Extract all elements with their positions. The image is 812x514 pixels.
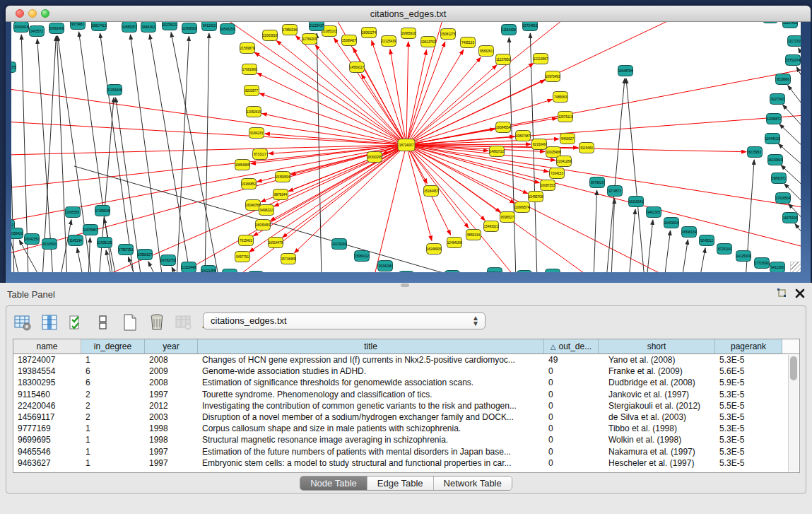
graph-node[interactable]: 15093241 <box>488 268 502 273</box>
graph-node[interactable]: 11172319 <box>788 36 801 47</box>
graph-node[interactable]: 20691406 <box>49 23 64 34</box>
graph-node[interactable]: 8132500 <box>42 239 57 250</box>
graph-node[interactable]: 21125437 <box>310 22 324 31</box>
graph-node[interactable]: 1145194 <box>69 235 83 246</box>
graph-node[interactable]: 2405572 <box>30 26 45 37</box>
scrollbar-thumb[interactable] <box>790 356 797 380</box>
graph-node[interactable]: 7204153 <box>550 168 565 179</box>
tab-edge-table[interactable]: Edge Table <box>367 477 434 490</box>
graph-node[interactable]: 10958107 <box>138 250 153 260</box>
graph-node[interactable]: 17957253 <box>119 245 134 255</box>
graph-node[interactable]: 8203577 <box>245 86 259 96</box>
graph-node[interactable]: 12764209 <box>302 34 317 45</box>
graph-node[interactable]: 8733117 <box>253 149 268 160</box>
close-panel-icon[interactable] <box>794 288 806 300</box>
row-select-icon[interactable] <box>66 312 87 333</box>
graph-node[interactable]: 8878344 <box>273 189 288 200</box>
graph-node[interactable]: 16235418 <box>546 269 560 273</box>
graph-node[interactable]: 17359938 <box>95 206 110 216</box>
graph-node[interactable]: 11675309 <box>783 213 798 223</box>
graph-node[interactable]: 9034198 <box>378 261 393 271</box>
graph-node[interactable]: 16087253 <box>541 180 555 191</box>
tab-network-table[interactable]: Network Table <box>434 477 512 490</box>
graph-node[interactable]: 8096527 <box>500 212 515 223</box>
col-header-out-degree[interactable]: △out_de... <box>544 339 599 354</box>
graph-node[interactable]: 15276021 <box>163 22 177 30</box>
graph-node[interactable]: 19358420 <box>11 228 23 239</box>
column-visibility-icon[interactable] <box>39 312 60 333</box>
graph-node[interactable]: 9529966 <box>776 74 791 85</box>
graph-node[interactable]: 9373481 <box>71 22 86 30</box>
graph-node[interactable]: 15089112 <box>355 251 370 262</box>
graph-node[interactable]: 15495708 <box>529 192 543 202</box>
table-row[interactable]: 946554611997Estimation of the future num… <box>13 446 799 457</box>
graph-node[interactable]: 11237850 <box>496 54 511 65</box>
graph-node[interactable]: 9234017 <box>223 269 237 273</box>
graph-node[interactable]: 8725104 <box>717 244 732 255</box>
graph-node[interactable]: 15724903 <box>523 22 538 31</box>
graph-node[interactable]: 9227342 <box>770 94 785 105</box>
delete-table-icon[interactable] <box>146 312 167 333</box>
graph-node[interactable]: 14863722 <box>490 146 505 157</box>
graph-node[interactable]: 18817412 <box>92 22 107 31</box>
graph-node[interactable]: 19854985 <box>235 160 250 170</box>
graph-node[interactable]: 12095872 <box>767 114 782 124</box>
graph-node[interactable]: 19166852 <box>242 179 257 189</box>
col-header-name[interactable]: name <box>13 339 81 354</box>
table-row[interactable]: 2242004622012Investigating the contribut… <box>13 400 799 411</box>
graph-node[interactable]: 21569879 <box>240 43 255 54</box>
graph-node[interactable]: 17850236 <box>283 25 298 35</box>
graph-node[interactable]: 12213967 <box>534 54 548 64</box>
graph-node[interactable]: 15493021 <box>484 221 499 232</box>
table-row[interactable]: 1938455462009Genome-wide association stu… <box>13 366 799 377</box>
graph-node[interactable]: 12052615 <box>247 107 261 117</box>
graph-node[interactable]: 9412303 <box>202 22 217 31</box>
graph-node[interactable]: 9457791 <box>235 252 250 262</box>
graph-node[interactable]: 19613792 <box>421 37 436 47</box>
graph-node[interactable]: 10807487 <box>516 131 531 141</box>
graph-node[interactable]: 22734155 <box>11 62 16 73</box>
col-header-in-degree[interactable]: in_degree <box>81 339 145 354</box>
graph-node[interactable]: 10973493 <box>546 71 560 82</box>
graph-node[interactable]: 21053346 <box>107 85 122 95</box>
graph-node[interactable]: 10219290 <box>332 239 347 250</box>
col-header-year[interactable]: year <box>145 339 198 354</box>
col-header-short[interactable]: short <box>599 339 715 354</box>
network-canvas[interactable]: 2206381817850236127642092108510315089427… <box>11 22 801 272</box>
graph-node[interactable]: 14125009 <box>736 251 751 262</box>
graph-node[interactable]: 22041289 <box>557 156 572 167</box>
window-titlebar[interactable]: citations_edges.txt <box>6 6 811 22</box>
graph-node[interactable]: 7485063 <box>553 92 568 103</box>
table-scrollbar[interactable] <box>788 355 799 472</box>
graph-node[interactable]: 15751074 <box>786 55 801 66</box>
graph-node[interactable]: 9184233 <box>249 128 264 139</box>
cell-merge-icon[interactable] <box>93 312 114 333</box>
graph-node[interactable]: 10421355 <box>201 266 216 273</box>
graph-node[interactable]: 12117402 <box>783 22 798 28</box>
graph-node[interactable]: 15718485 <box>281 254 296 264</box>
graph-node[interactable]: 9498222 <box>259 205 274 216</box>
graph-node[interactable]: 22063818 <box>263 30 278 41</box>
graph-node[interactable]: 16083225 <box>445 271 460 273</box>
graph-node[interactable]: 8216049 <box>532 139 547 150</box>
graph-node[interactable]: 9583261 <box>479 46 494 57</box>
graph-node[interactable]: 16596134 <box>682 227 697 238</box>
graph-node[interactable]: 16319041 <box>629 197 644 207</box>
col-header-title[interactable]: title <box>198 339 544 354</box>
graph-node[interactable]: 17016504 <box>776 193 791 204</box>
graph-node[interactable]: 12975113 <box>558 112 573 122</box>
graph-node[interactable]: 16210643 <box>768 155 783 165</box>
graph-node[interactable]: 18063274 <box>362 28 377 38</box>
graph-node[interactable]: 15353594 <box>276 172 290 182</box>
resize-grip[interactable] <box>790 262 801 272</box>
graph-node[interactable]: 7625402 <box>239 235 254 246</box>
graph-node[interactable]: 16648784 <box>618 66 633 76</box>
graph-node[interactable]: 11154408 <box>502 25 517 35</box>
graph-node[interactable]: 9850134 <box>466 230 481 240</box>
graph-node[interactable]: 9245012 <box>700 235 714 246</box>
new-table-icon[interactable] <box>119 312 141 333</box>
tab-node-table[interactable]: Node Table <box>300 477 367 490</box>
graph-node[interactable]: 12484196 <box>447 238 462 248</box>
graph-node[interactable]: 15184457 <box>424 186 439 197</box>
graph-node[interactable]: 9466162 <box>141 22 156 33</box>
